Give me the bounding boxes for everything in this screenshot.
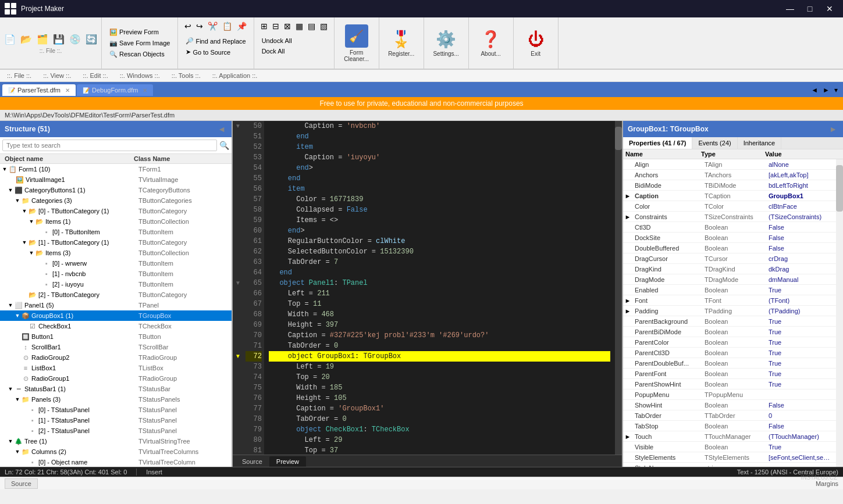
window-icon-4[interactable]: ▦ <box>294 20 305 33</box>
list-item[interactable]: ▪ [0] - TStatusPanel TStatusPanel <box>0 405 232 415</box>
prop-parentdoublebuf[interactable]: ParentDoubleBuf... Boolean True <box>623 358 836 369</box>
new-button[interactable]: 📄 <box>2 32 17 47</box>
collapse-btn-50[interactable]: ▼ <box>233 121 243 131</box>
open-button[interactable]: 📂 <box>19 32 34 47</box>
prop-touch[interactable]: ► Touch TTouchManager (TTouchManager) <box>623 431 836 442</box>
list-item[interactable]: ⊙ RadioGroup2 TRadioGroup <box>0 352 232 363</box>
list-item[interactable]: ▼ 📁 Panels (3) TStatusPanels <box>0 394 232 405</box>
list-item[interactable]: 📂 [2] - TButtonCategory TButtonCategory <box>0 289 232 300</box>
tab-scroll-right[interactable]: ► <box>821 84 831 96</box>
tab-close-parsertest[interactable]: ✕ <box>65 87 70 94</box>
prop-align[interactable]: Align TAlign alNone <box>623 159 836 170</box>
list-item[interactable]: ▼ 🌲 Tree (1) TVirtualStringTree <box>0 436 232 446</box>
tab-parsertest[interactable]: 📝 ParserTest.dfm ✕ <box>2 84 76 96</box>
list-item[interactable]: ▪ [0] - TButtonItem TButtonItem <box>0 227 232 237</box>
refresh-button[interactable]: 🔄 <box>84 32 99 47</box>
prop-color[interactable]: Color TColor clBtnFace <box>623 201 836 212</box>
props-tab-properties[interactable]: Properties (41 / 67) <box>623 137 692 149</box>
list-item[interactable]: ⊙ RadioGroup1 TRadioGroup <box>0 373 232 384</box>
window-icon-1[interactable]: ⊞ <box>259 20 269 33</box>
list-item[interactable]: ▪ [1] - nvbcnb TButtonItem <box>0 269 232 279</box>
save-form-image-button[interactable]: 📷 Save Form Image <box>106 38 173 48</box>
tab-close-debugform[interactable]: ✕ <box>143 87 147 94</box>
prop-anchors[interactable]: Anchors TAnchors [akLeft,akTop] <box>623 170 836 180</box>
find-replace-button[interactable]: 🔎 Find and Replace <box>183 36 248 46</box>
list-item[interactable]: ▼ 📂 [1] - TButtonCategory (1) TButtonCat… <box>0 237 232 248</box>
application-menu[interactable]: ::. Application ::. <box>210 71 260 80</box>
prop-parentbidimode[interactable]: ParentBiDiMode Boolean True <box>623 327 836 337</box>
editor-scrollbar[interactable] <box>615 121 622 455</box>
close-button[interactable]: ✕ <box>821 3 838 15</box>
about-button[interactable]: ❓ About... <box>474 26 508 60</box>
props-tab-inheritance[interactable]: Inheritance <box>738 137 781 149</box>
windows-menu[interactable]: ::. Windows ::. <box>118 71 162 80</box>
props-scrollbar-thumb[interactable] <box>836 165 843 212</box>
collapse-btn-72[interactable]: ▼ <box>233 351 243 362</box>
prop-stylename[interactable]: StyleName string <box>623 463 836 467</box>
list-item[interactable]: ▪ [0] - wrwerw TButtonItem <box>0 258 232 269</box>
prop-dragmode[interactable]: DragMode TDragMode dmManual <box>623 274 836 285</box>
file-menu-label[interactable]: ::. File ::. <box>2 48 99 54</box>
undo-button[interactable]: ↩ <box>183 20 193 33</box>
window-icon-3[interactable]: ⊠ <box>282 20 293 33</box>
form-cleaner-button[interactable]: 🧹 Form Cleaner... <box>339 21 374 66</box>
prop-doublebuffered[interactable]: DoubleBuffered Boolean False <box>623 243 836 253</box>
prop-ctl3d[interactable]: Ctl3D Boolean False <box>623 222 836 233</box>
window-icon-5[interactable]: ▤ <box>306 20 317 33</box>
list-item[interactable]: ▪ [0] - Object name TVirtualTreeColumn <box>0 457 232 467</box>
list-item[interactable]: ▼ 📂 [0] - TButtonCategory (1) TButtonCat… <box>0 206 232 216</box>
prop-dragcursor[interactable]: DragCursor TCursor crDrag <box>623 253 836 264</box>
props-tab-events[interactable]: Events (24) <box>692 137 737 149</box>
list-item[interactable]: ▼ ⬛ CategoryButtons1 (1) TCategoryButton… <box>0 185 232 195</box>
cut-button[interactable]: ✂️ <box>206 20 219 33</box>
prop-popupmenu[interactable]: PopupMenu TPopupMenu <box>623 389 836 400</box>
prop-padding[interactable]: ► Padding TPadding (TPadding) <box>623 306 836 316</box>
prop-taborder[interactable]: TabOrder TTabOrder 0 <box>623 410 836 421</box>
prop-dragkind[interactable]: DragKind TDragKind dkDrag <box>623 264 836 274</box>
list-item[interactable]: ▼ 📁 Categories (3) TButtonCategories <box>0 195 232 206</box>
list-item[interactable]: ▪ [1] - TStatusPanel TStatusPanel <box>0 415 232 426</box>
props-collapse[interactable]: ► <box>828 123 838 135</box>
maximize-button[interactable]: □ <box>801 3 819 15</box>
minimize-button[interactable]: — <box>781 3 799 15</box>
prop-docksite[interactable]: DockSite Boolean False <box>623 233 836 243</box>
prop-parentcolor[interactable]: ParentColor Boolean True <box>623 337 836 348</box>
structure-collapse[interactable]: ◄ <box>216 123 227 135</box>
list-item[interactable]: ▼ ⬜ Panel1 (5) TPanel <box>0 300 232 310</box>
list-item[interactable]: ▪ [2] - iuyoyu TButtonItem <box>0 279 232 289</box>
window-icon-6[interactable]: ▧ <box>318 20 329 33</box>
props-scrollbar[interactable] <box>836 159 843 467</box>
list-item[interactable]: ▼ 📋 Form1 (10) TForm1 <box>0 164 232 174</box>
prop-bidimode[interactable]: BidiMode TBiDiMode bdLeftToRight <box>623 180 836 191</box>
undock-all-button[interactable]: Undock All <box>259 36 329 45</box>
list-item[interactable]: 🖼️ VirtualImage1 TVirtualImage <box>0 174 232 185</box>
file-menu[interactable]: ::. File ::. <box>5 71 34 80</box>
dock-all-button[interactable]: Dock All <box>259 47 329 56</box>
list-item[interactable]: 🔲 Button1 TButton <box>0 331 232 342</box>
tab-debugform[interactable]: 📝 DebugForm.dfm ✕ <box>77 84 153 96</box>
window-icon-2[interactable]: ⊟ <box>271 20 281 33</box>
tab-scroll-left[interactable]: ◄ <box>809 84 820 96</box>
list-item[interactable]: ▼ 📁 Columns (2) TVirtualTreeColumns <box>0 446 232 457</box>
prop-font[interactable]: ► Font TFont (TFont) <box>623 295 836 306</box>
list-item[interactable]: ▼ ━ StatusBar1 (1) TStatusBar <box>0 384 232 394</box>
list-item[interactable]: ▼ 📂 Items (1) TButtonCollection <box>0 216 232 227</box>
preview-form-button[interactable]: 🖼️ Preview Form <box>106 27 173 37</box>
source-bottom-tab[interactable]: Source <box>5 478 38 489</box>
paste-button[interactable]: 📌 <box>235 20 248 33</box>
prop-parentshowhint[interactable]: ParentShowHint Boolean True <box>623 379 836 389</box>
prop-tabstop[interactable]: TabStop Boolean False <box>623 421 836 431</box>
list-item[interactable]: ▪ [2] - TStatusPanel TStatusPanel <box>0 426 232 436</box>
prop-parentfont[interactable]: ParentFont Boolean True <box>623 369 836 379</box>
list-item[interactable]: ↕ ScrollBar1 TScrollBar <box>0 342 232 352</box>
prop-parentctl3d[interactable]: ParentCtl3D Boolean True <box>623 348 836 358</box>
register-button[interactable]: 🎖️ Register... <box>384 26 419 60</box>
open-folder-button[interactable]: 🗂️ <box>35 32 50 47</box>
redo-button[interactable]: ↪ <box>194 20 205 33</box>
list-item[interactable]: ☑ CheckBox1 TCheckBox <box>0 321 232 331</box>
tools-menu[interactable]: ::. Tools ::. <box>169 71 203 80</box>
exit-button[interactable]: ⏻ Exit <box>518 26 553 60</box>
list-item[interactable]: ▼ 📂 Items (3) TButtonCollection <box>0 248 232 258</box>
save-all-button[interactable]: 💿 <box>67 32 83 47</box>
prop-enabled[interactable]: Enabled Boolean True <box>623 285 836 295</box>
